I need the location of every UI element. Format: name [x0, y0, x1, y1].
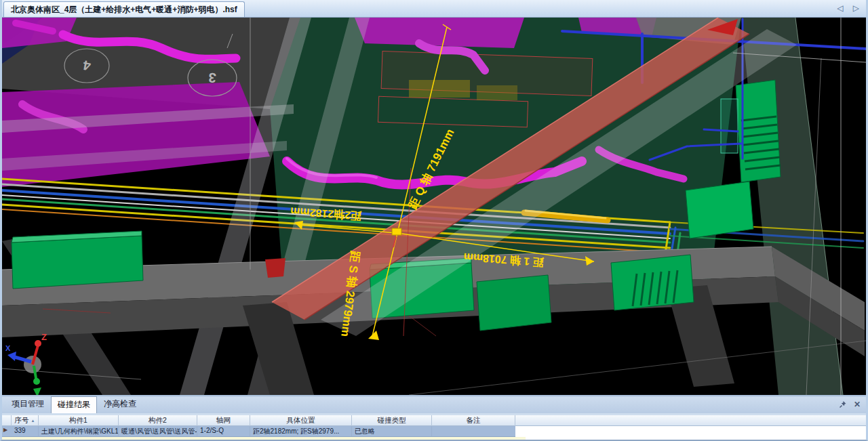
tab-scroll-left-icon[interactable]: ◁ — [837, 3, 844, 13]
header-filler — [515, 415, 866, 426]
tab-scroll-controls: ◁ ▷ — [837, 3, 859, 13]
header-marker-cell — [2, 415, 12, 426]
header-seq-label: 序号 — [15, 416, 29, 425]
bottom-panel: 项目管理 碰撞结果 净高检查 ✕ 序号 ▲ 构件1 构件2 轴网 — [2, 397, 866, 440]
results-grid: 序号 ▲ 构件1 构件2 轴网 具体位置 碰撞类型 备注 ▶ 339 土建\几何… — [2, 415, 866, 440]
header-seq[interactable]: 序号 ▲ — [12, 415, 39, 426]
tab-collision-results[interactable]: 碰撞结果 — [51, 396, 97, 413]
tab-clearance-check[interactable]: 净高检查 — [97, 396, 143, 413]
sort-asc-icon: ▲ — [31, 419, 35, 423]
header-component1[interactable]: 构件1 — [39, 415, 119, 426]
cell-component2: 暖通\风管\送风管\送风管-4... — [119, 426, 197, 436]
row-marker-icon: ▶ — [2, 426, 12, 436]
next-row-hint — [2, 437, 526, 440]
close-icon[interactable]: ✕ — [854, 400, 861, 408]
cell-grid-axis: 1-2/S-Q — [197, 426, 250, 436]
cell-remark — [432, 426, 515, 436]
header-location[interactable]: 具体位置 — [250, 415, 352, 426]
cell-collision-type: 已忽略 — [352, 426, 432, 436]
axis-z-label: Z — [41, 332, 47, 342]
document-tab[interactable]: 北京奥体南区_4层（土建+给排水+电气+暖通+消防+弱电）.hsf — [3, 1, 245, 17]
bottom-strip — [2, 437, 866, 440]
panel-tab-strip: 项目管理 碰撞结果 净高检查 ✕ — [2, 397, 866, 413]
header-collision-type[interactable]: 碰撞类型 — [352, 415, 432, 426]
header-grid-axis[interactable]: 轴网 — [197, 415, 250, 426]
axis-x-label: X — [5, 344, 11, 352]
cell-component1: 土建\几何构件\钢梁\GKL1(... — [39, 426, 119, 436]
cell-location: 距2轴2182mm; 距S轴2979... — [250, 426, 352, 436]
tab-scroll-right-icon[interactable]: ▷ — [853, 3, 859, 13]
red-wedge — [265, 258, 285, 278]
table-row[interactable]: ▶ 339 土建\几何构件\钢梁\GKL1(... 暖通\风管\送风管\送风管-… — [2, 426, 866, 437]
cell-seq: 339 — [12, 426, 39, 436]
selected-row-highlight: ▶ 339 土建\几何构件\钢梁\GKL1(... 暖通\风管\送风管\送风管-… — [2, 426, 515, 437]
pin-icon[interactable] — [839, 400, 847, 408]
3d-viewport[interactable]: 4 3 — [2, 18, 866, 395]
grid-header-row: 序号 ▲ 构件1 构件2 轴网 具体位置 碰撞类型 备注 — [2, 415, 866, 426]
purple-slab-center — [355, 18, 524, 48]
app-window: 北京奥体南区_4层（土建+给排水+电气+暖通+消防+弱电）.hsf ◁ ▷ — [0, 0, 868, 441]
header-component2[interactable]: 构件2 — [119, 415, 197, 426]
header-remark[interactable]: 备注 — [432, 415, 515, 426]
document-tab-bar: 北京奥体南区_4层（土建+给排水+电气+暖通+消防+弱电）.hsf ◁ ▷ — [2, 0, 866, 18]
document-title: 北京奥体南区_4层（土建+给排水+电气+暖通+消防+弱电）.hsf — [11, 5, 237, 14]
collision-point-marker — [392, 228, 401, 235]
tab-project-management[interactable]: 项目管理 — [5, 396, 51, 413]
grid-bubble-3-label: 3 — [208, 70, 216, 86]
